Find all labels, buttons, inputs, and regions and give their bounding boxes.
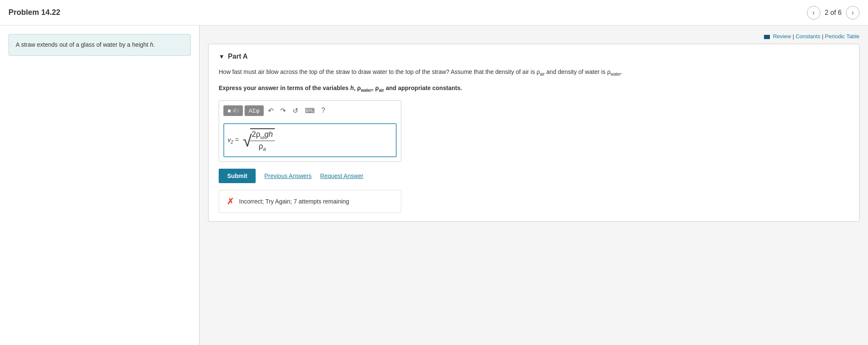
express-instruction: Express your answer in terms of the vari… (219, 84, 849, 93)
math-toolbar: ■ √□ ΑΣφ ↶ ↷ ↺ ⌨ ? (223, 105, 397, 119)
problem-title: Problem 14.22 (8, 8, 60, 17)
previous-nav-button[interactable]: ‹ (807, 6, 820, 20)
math-variable-label: v2 = (228, 136, 239, 144)
top-links-bar: Review | Constants | Periodic Table (208, 30, 860, 44)
next-nav-button[interactable]: › (846, 6, 860, 20)
periodic-table-link[interactable]: Periodic Table (825, 33, 860, 40)
math-editor: ■ √□ ΑΣφ ↶ ↷ ↺ ⌨ ? v2 = (219, 100, 401, 162)
navigation-controls: ‹ 2 of 6 › (807, 6, 860, 20)
sqrt-icon: √□ (233, 107, 239, 113)
right-panel: Review | Constants | Periodic Table ▼ Pa… (200, 25, 868, 345)
action-row: Submit Previous Answers Request Answer (219, 169, 849, 183)
symbol-button[interactable]: ΑΣφ (245, 105, 264, 116)
collapse-arrow-icon[interactable]: ▼ (219, 53, 225, 60)
context-text: A straw extends out of a glass of water … (16, 41, 155, 48)
submit-button[interactable]: Submit (219, 169, 256, 183)
left-panel: A straw extends out of a glass of water … (0, 25, 200, 345)
math-expression-display: √ 2ρωgh ρa (243, 128, 275, 152)
main-layout: A straw extends out of a glass of water … (0, 25, 868, 345)
undo-button[interactable]: ↶ (265, 105, 276, 116)
separator2: | (822, 33, 825, 40)
previous-answers-button[interactable]: Previous Answers (264, 172, 311, 179)
problem-context-box: A straw extends out of a glass of water … (8, 34, 191, 56)
part-a-header: ▼ Part A (219, 53, 849, 60)
question-text: How fast must air blow across the top of… (219, 67, 849, 78)
math-input-area[interactable]: v2 = √ 2ρωgh ρa (223, 123, 397, 157)
review-icon (764, 35, 770, 39)
header: Problem 14.22 ‹ 2 of 6 › (0, 0, 868, 25)
error-icon: ✗ (227, 196, 234, 206)
part-a-section: ▼ Part A How fast must air blow across t… (208, 44, 860, 222)
formula-button[interactable]: ■ √□ (223, 105, 243, 116)
formula-icon: ■ (228, 107, 231, 114)
request-answer-button[interactable]: Request Answer (320, 172, 364, 179)
part-a-label: Part A (228, 53, 248, 60)
nav-counter: 2 of 6 (825, 9, 842, 17)
reset-button[interactable]: ↺ (290, 105, 301, 116)
review-link[interactable]: Review (773, 33, 791, 40)
keyboard-button[interactable]: ⌨ (302, 105, 317, 116)
help-button[interactable]: ? (319, 105, 328, 116)
redo-button[interactable]: ↷ (278, 105, 288, 116)
error-box: ✗ Incorrect; Try Again; 7 attempts remai… (219, 190, 401, 213)
constants-link[interactable]: Constants (795, 33, 820, 40)
symbol-label: ΑΣφ (249, 107, 259, 114)
error-message: Incorrect; Try Again; 7 attempts remaini… (239, 198, 349, 205)
